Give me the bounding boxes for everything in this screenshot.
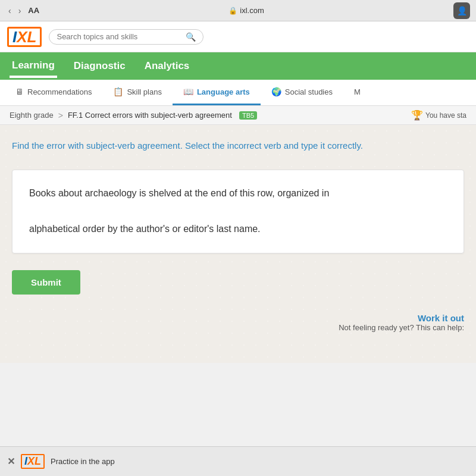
user-account-icon[interactable]: 👤 (453, 2, 470, 19)
tab-diagnostic[interactable]: Diagnostic (71, 55, 128, 77)
you-have-started: 🏆 You have sta (411, 109, 466, 121)
subtab-recommendations[interactable]: 🖥 Recommendations (5, 80, 102, 105)
breadcrumb-current-skill: FF.1 Correct errors with subject-verb ag… (68, 111, 232, 120)
skill-plans-icon: 📋 (113, 87, 123, 96)
breadcrumb-grade[interactable]: Eighth grade (10, 111, 54, 120)
sentence-line2: alphabetical order by the author's or ed… (29, 224, 261, 234)
subtab-skill-plans-label: Skill plans (127, 87, 162, 96)
subtab-language-arts-label: Language arts (197, 87, 250, 96)
banner-practice-text: Practice in the app (51, 457, 115, 466)
trophy-icon: 🏆 (411, 109, 423, 121)
social-studies-icon: 🌍 (271, 87, 281, 96)
forward-button[interactable]: › (16, 5, 24, 17)
subtab-language-arts[interactable]: 📖 Language arts (173, 80, 261, 105)
tab-analytics[interactable]: Analytics (142, 55, 192, 77)
breadcrumb: Eighth grade > FF.1 Correct errors with … (0, 106, 476, 125)
banner-ixl-logo: IXL (21, 454, 45, 469)
subtab-recommendations-label: Recommendations (27, 87, 92, 96)
you-have-sta-text: You have sta (425, 111, 466, 120)
main-nav: Learning Diagnostic Analytics (0, 52, 476, 80)
main-content-area: Find the error with subject-verb agreeme… (0, 125, 476, 363)
skill-badge: TB5 (239, 111, 257, 120)
search-input[interactable] (57, 32, 182, 41)
banner-close-button[interactable]: ✕ (7, 456, 15, 467)
submit-button[interactable]: Submit (12, 270, 80, 295)
app-banner: ✕ IXL Practice in the app (0, 446, 476, 476)
browser-chrome-bar: ‹ › AA 🔒 ixl.com 👤 (0, 0, 476, 21)
work-it-out-label: Work it out (339, 313, 464, 323)
lock-icon: 🔒 (228, 7, 237, 15)
help-section: Work it out Not feeling ready yet? This … (339, 313, 464, 332)
address-bar[interactable]: 🔒 ixl.com (44, 6, 449, 15)
subtab-social-studies-label: Social studies (285, 87, 333, 96)
subtab-social-studies[interactable]: 🌍 Social studies (261, 80, 343, 105)
text-size-button[interactable]: AA (28, 6, 39, 15)
not-feeling-text: Not feeling ready yet? This can help: (339, 323, 464, 332)
ixl-logo[interactable]: IXL (7, 27, 42, 47)
browser-nav: ‹ › (6, 5, 23, 17)
sentence-line1: Books about archaeology is shelved at th… (29, 188, 329, 198)
subtab-more-label: M (354, 87, 361, 96)
subtab-skill-plans[interactable]: 📋 Skill plans (102, 80, 173, 105)
question-instruction: Find the error with subject-verb agreeme… (12, 139, 464, 153)
sub-nav: 🖥 Recommendations 📋 Skill plans 📖 Langua… (0, 80, 476, 106)
recommendations-icon: 🖥 (15, 87, 24, 96)
search-icon: 🔍 (186, 32, 196, 42)
sentence-display: Books about archaeology is shelved at th… (12, 170, 464, 253)
language-arts-icon: 📖 (183, 87, 193, 96)
breadcrumb-separator: > (58, 111, 63, 120)
logo-xl: XL (17, 29, 36, 45)
back-button[interactable]: ‹ (6, 5, 14, 17)
subtab-more[interactable]: M (343, 80, 371, 105)
site-header: IXL 🔍 (0, 21, 476, 52)
search-bar[interactable]: 🔍 (49, 29, 203, 45)
domain-text: ixl.com (240, 6, 264, 15)
tab-learning[interactable]: Learning (10, 55, 57, 78)
banner-logo-xl: XL (27, 455, 41, 467)
